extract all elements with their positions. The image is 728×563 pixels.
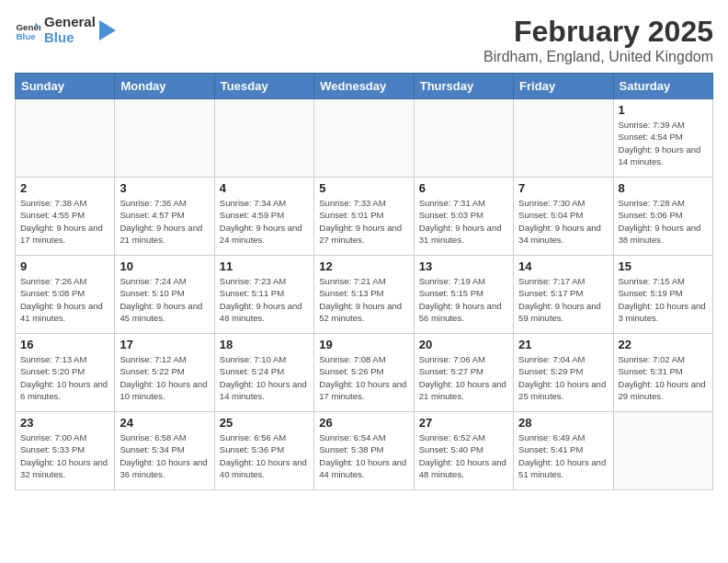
calendar-table: SundayMondayTuesdayWednesdayThursdayFrid… — [15, 73, 713, 490]
week-row-1: 1Sunrise: 7:39 AM Sunset: 4:54 PM Daylig… — [16, 99, 713, 178]
day-number: 7 — [518, 181, 608, 195]
day-info: Sunrise: 7:04 AM Sunset: 5:29 PM Dayligh… — [518, 353, 608, 402]
day-number: 10 — [119, 259, 209, 273]
day-info: Sunrise: 7:23 AM Sunset: 5:11 PM Dayligh… — [220, 275, 309, 324]
calendar-cell: 27Sunrise: 6:52 AM Sunset: 5:40 PM Dayli… — [414, 412, 513, 490]
calendar-cell: 2Sunrise: 7:38 AM Sunset: 4:55 PM Daylig… — [16, 178, 115, 256]
day-info: Sunrise: 7:08 AM Sunset: 5:26 PM Dayligh… — [319, 353, 408, 402]
day-number: 26 — [319, 416, 408, 430]
weekday-header-tuesday: Tuesday — [214, 74, 313, 99]
calendar-cell: 5Sunrise: 7:33 AM Sunset: 5:01 PM Daylig… — [314, 178, 414, 256]
calendar-cell: 28Sunrise: 6:49 AM Sunset: 5:41 PM Dayli… — [514, 412, 613, 490]
day-info: Sunrise: 7:36 AM Sunset: 4:57 PM Dayligh… — [119, 197, 209, 246]
day-info: Sunrise: 7:26 AM Sunset: 5:08 PM Dayligh… — [20, 275, 109, 324]
calendar-cell: 3Sunrise: 7:36 AM Sunset: 4:57 PM Daylig… — [115, 178, 214, 256]
day-info: Sunrise: 7:02 AM Sunset: 5:31 PM Dayligh… — [619, 353, 708, 402]
day-number: 19 — [319, 338, 408, 351]
weekday-header-wednesday: Wednesday — [314, 74, 414, 99]
day-info: Sunrise: 7:19 AM Sunset: 5:15 PM Dayligh… — [419, 275, 508, 324]
day-info: Sunrise: 7:24 AM Sunset: 5:10 PM Dayligh… — [119, 275, 209, 324]
day-info: Sunrise: 7:39 AM Sunset: 4:54 PM Dayligh… — [619, 119, 708, 167]
calendar-cell: 4Sunrise: 7:34 AM Sunset: 4:59 PM Daylig… — [214, 178, 313, 256]
calendar-cell: 16Sunrise: 7:13 AM Sunset: 5:20 PM Dayli… — [16, 334, 115, 412]
day-number: 20 — [419, 338, 508, 351]
calendar-cell: 19Sunrise: 7:08 AM Sunset: 5:26 PM Dayli… — [314, 334, 414, 412]
day-info: Sunrise: 6:49 AM Sunset: 5:41 PM Dayligh… — [518, 431, 608, 480]
calendar-cell: 25Sunrise: 6:56 AM Sunset: 5:36 PM Dayli… — [214, 412, 313, 490]
day-number: 28 — [518, 416, 608, 430]
svg-marker-3 — [99, 20, 116, 40]
day-number: 14 — [518, 259, 608, 273]
day-info: Sunrise: 7:33 AM Sunset: 5:01 PM Dayligh… — [319, 197, 408, 246]
logo: General Blue General Blue — [15, 15, 116, 45]
calendar-cell: 26Sunrise: 6:54 AM Sunset: 5:38 PM Dayli… — [314, 412, 414, 490]
logo-general: General — [44, 15, 96, 30]
title-block: February 2025 Birdham, England, United K… — [483, 15, 713, 65]
calendar-cell: 10Sunrise: 7:24 AM Sunset: 5:10 PM Dayli… — [115, 256, 214, 334]
day-info: Sunrise: 7:12 AM Sunset: 5:22 PM Dayligh… — [119, 353, 209, 402]
day-number: 9 — [20, 259, 109, 273]
day-info: Sunrise: 7:21 AM Sunset: 5:13 PM Dayligh… — [319, 275, 408, 324]
calendar-cell: 14Sunrise: 7:17 AM Sunset: 5:17 PM Dayli… — [514, 256, 613, 334]
calendar-cell: 18Sunrise: 7:10 AM Sunset: 5:24 PM Dayli… — [214, 334, 313, 412]
calendar-cell: 9Sunrise: 7:26 AM Sunset: 5:08 PM Daylig… — [16, 256, 115, 334]
calendar-cell: 22Sunrise: 7:02 AM Sunset: 5:31 PM Dayli… — [613, 334, 712, 412]
day-number: 12 — [319, 259, 408, 273]
calendar-cell — [115, 99, 214, 178]
svg-text:Blue: Blue — [16, 30, 36, 40]
week-row-5: 23Sunrise: 7:00 AM Sunset: 5:33 PM Dayli… — [16, 412, 713, 490]
week-row-2: 2Sunrise: 7:38 AM Sunset: 4:55 PM Daylig… — [16, 178, 713, 256]
day-number: 11 — [220, 259, 309, 273]
calendar-cell — [214, 99, 313, 178]
calendar-subtitle: Birdham, England, United Kingdom — [483, 49, 713, 65]
day-number: 23 — [20, 416, 109, 430]
day-number: 2 — [20, 181, 109, 195]
weekday-header-thursday: Thursday — [414, 74, 513, 99]
day-info: Sunrise: 7:00 AM Sunset: 5:33 PM Dayligh… — [20, 431, 109, 480]
day-info: Sunrise: 7:17 AM Sunset: 5:17 PM Dayligh… — [518, 275, 608, 324]
calendar-cell — [16, 99, 115, 178]
weekday-header-saturday: Saturday — [613, 74, 712, 99]
day-info: Sunrise: 7:13 AM Sunset: 5:20 PM Dayligh… — [20, 353, 109, 402]
weekday-header-monday: Monday — [115, 74, 214, 99]
calendar-cell: 12Sunrise: 7:21 AM Sunset: 5:13 PM Dayli… — [314, 256, 414, 334]
day-info: Sunrise: 6:54 AM Sunset: 5:38 PM Dayligh… — [319, 431, 408, 480]
weekday-header-sunday: Sunday — [16, 74, 115, 99]
logo-blue: Blue — [44, 30, 96, 46]
day-number: 1 — [619, 103, 708, 117]
day-number: 27 — [419, 416, 508, 430]
calendar-cell: 7Sunrise: 7:30 AM Sunset: 5:04 PM Daylig… — [514, 178, 613, 256]
calendar-cell — [414, 99, 513, 178]
day-number: 4 — [220, 181, 309, 195]
logo-arrow-icon — [99, 20, 116, 40]
day-info: Sunrise: 7:38 AM Sunset: 4:55 PM Dayligh… — [20, 197, 109, 246]
day-info: Sunrise: 7:28 AM Sunset: 5:06 PM Dayligh… — [619, 197, 708, 246]
calendar-cell — [613, 412, 712, 490]
day-number: 6 — [419, 181, 508, 195]
calendar-cell: 17Sunrise: 7:12 AM Sunset: 5:22 PM Dayli… — [115, 334, 214, 412]
calendar-cell: 23Sunrise: 7:00 AM Sunset: 5:33 PM Dayli… — [16, 412, 115, 490]
day-number: 18 — [220, 338, 309, 351]
week-row-3: 9Sunrise: 7:26 AM Sunset: 5:08 PM Daylig… — [16, 256, 713, 334]
day-number: 16 — [20, 338, 109, 351]
calendar-cell: 13Sunrise: 7:19 AM Sunset: 5:15 PM Dayli… — [414, 256, 513, 334]
day-info: Sunrise: 6:52 AM Sunset: 5:40 PM Dayligh… — [419, 431, 508, 480]
calendar-cell: 24Sunrise: 6:58 AM Sunset: 5:34 PM Dayli… — [115, 412, 214, 490]
day-info: Sunrise: 6:56 AM Sunset: 5:36 PM Dayligh… — [220, 431, 309, 480]
calendar-cell: 21Sunrise: 7:04 AM Sunset: 5:29 PM Dayli… — [514, 334, 613, 412]
day-info: Sunrise: 7:10 AM Sunset: 5:24 PM Dayligh… — [220, 353, 309, 402]
day-number: 25 — [220, 416, 309, 430]
weekday-header-friday: Friday — [514, 74, 613, 99]
calendar-cell — [514, 99, 613, 178]
day-number: 15 — [619, 259, 708, 273]
day-number: 21 — [518, 338, 608, 351]
calendar-cell: 6Sunrise: 7:31 AM Sunset: 5:03 PM Daylig… — [414, 178, 513, 256]
day-info: Sunrise: 7:06 AM Sunset: 5:27 PM Dayligh… — [419, 353, 508, 402]
day-number: 3 — [119, 181, 209, 195]
logo-icon: General Blue — [15, 17, 40, 43]
calendar-cell — [314, 99, 414, 178]
weekday-header-row: SundayMondayTuesdayWednesdayThursdayFrid… — [16, 74, 713, 99]
day-info: Sunrise: 6:58 AM Sunset: 5:34 PM Dayligh… — [119, 431, 209, 480]
calendar-cell: 15Sunrise: 7:15 AM Sunset: 5:19 PM Dayli… — [613, 256, 712, 334]
day-info: Sunrise: 7:15 AM Sunset: 5:19 PM Dayligh… — [619, 275, 708, 324]
